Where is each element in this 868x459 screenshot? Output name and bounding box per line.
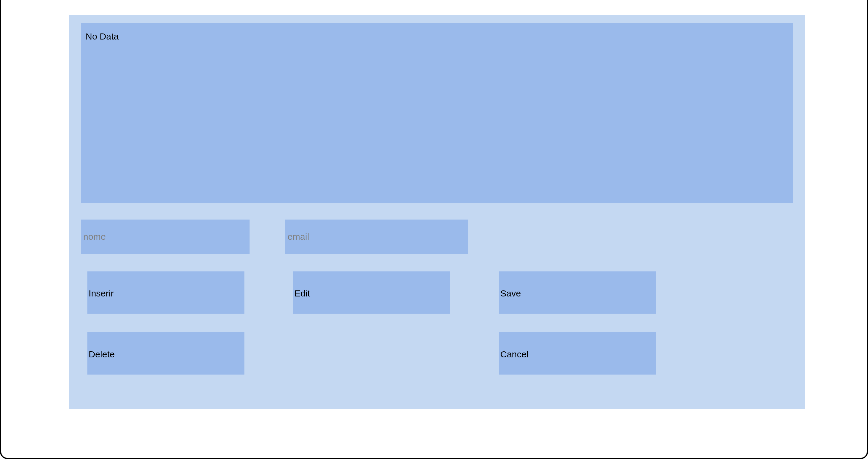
name-input[interactable] [81, 220, 250, 254]
save-button[interactable]: Save [499, 271, 656, 314]
delete-button[interactable]: Delete [87, 332, 244, 375]
data-display-panel: No Data [81, 23, 793, 203]
edit-button[interactable]: Edit [293, 271, 450, 314]
window-frame: No Data Inserir Edit Save Delete Cancel [0, 0, 868, 459]
no-data-message: No Data [86, 31, 119, 41]
inputs-row [81, 220, 793, 254]
main-container: No Data Inserir Edit Save Delete Cancel [69, 15, 805, 409]
email-input[interactable] [285, 220, 468, 254]
cancel-button[interactable]: Cancel [499, 332, 656, 375]
window-content: No Data Inserir Edit Save Delete Cancel [1, 0, 867, 458]
insert-button[interactable]: Inserir [87, 271, 244, 314]
buttons-grid: Inserir Edit Save Delete Cancel [81, 271, 793, 375]
